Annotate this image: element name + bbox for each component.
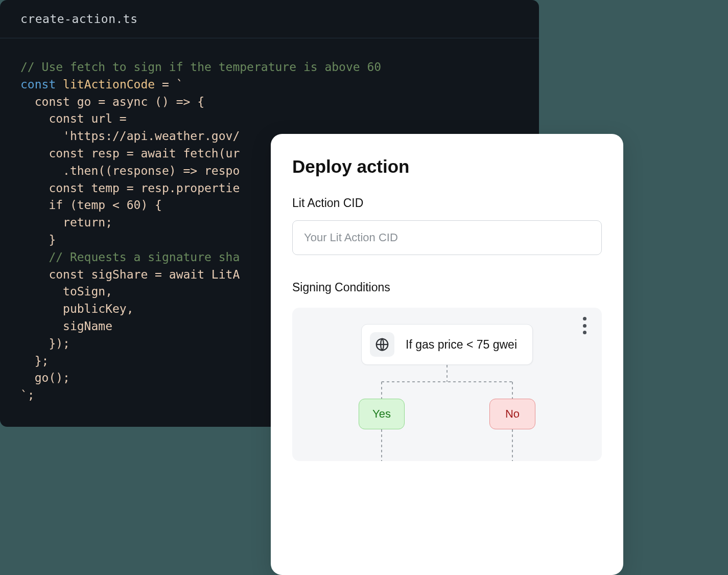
code-token: litActionCode [63,78,155,91]
decision-yes-label: Yes [372,407,391,421]
code-token: = ` [155,78,183,91]
editor-tab-filename[interactable]: create-action.ts [20,12,138,26]
cid-field-label: Lit Action CID [292,196,602,210]
signing-conditions-label: Signing Conditions [292,281,602,294]
condition-text: If gas price < 75 gwei [406,338,517,352]
kebab-dot-icon [583,324,586,328]
decision-yes-button[interactable]: Yes [359,399,405,429]
signing-conditions-box: If gas price < 75 gwei Yes No [292,308,602,461]
code-line: // Use fetch to sign if the temperature … [20,60,381,74]
kebab-dot-icon [583,331,586,334]
code-line: const url = [20,112,127,125]
conditions-menu-button[interactable] [577,317,592,334]
code-line: }); [20,337,70,350]
editor-tabbar: create-action.ts [0,0,539,38]
code-line: 'https://api.weather.gov/ [20,129,240,143]
panel-title: Deploy action [292,156,602,177]
code-line: } [20,233,56,246]
condition-node[interactable]: If gas price < 75 gwei [361,324,533,365]
code-line: if (temp < 60) { [20,198,162,212]
decision-no-button[interactable]: No [489,399,535,429]
code-line: // Requests a signature sha [20,250,240,264]
decision-no-label: No [505,407,520,421]
code-line: sigName [20,319,112,333]
code-line: return; [20,216,112,229]
code-line: .then((response) => respo [20,164,240,177]
code-line: go(); [20,371,70,384]
code-line: }; [20,354,49,367]
kebab-dot-icon [583,317,586,320]
code-token: const [20,78,56,91]
globe-icon [370,332,394,357]
deploy-action-panel: Deploy action Lit Action CID Signing Con… [271,134,623,575]
code-line: `; [20,388,35,402]
code-line: const sigShare = await LitA [20,268,240,281]
code-line: const go = async () => { [20,95,204,108]
code-line: publicKey, [20,302,134,315]
code-line: toSign, [20,285,112,298]
cid-input[interactable] [292,220,602,255]
code-line: const temp = resp.propertie [20,181,240,195]
code-line: const resp = await fetch(ur [20,147,240,160]
